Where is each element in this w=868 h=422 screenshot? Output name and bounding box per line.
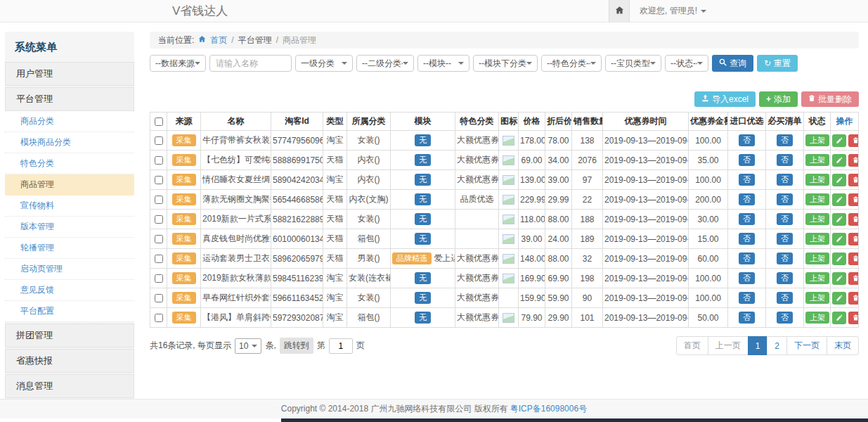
sidebar-item-宣传物料[interactable]: 宣传物料	[5, 196, 134, 217]
must-buy-toggle[interactable]: 否	[777, 154, 793, 166]
status-badge[interactable]: 上架	[805, 213, 829, 225]
sidebar-item-版本管理[interactable]: 版本管理	[5, 217, 134, 238]
status-badge[interactable]: 上架	[805, 292, 829, 304]
row-checkbox[interactable]	[155, 215, 163, 224]
must-buy-toggle[interactable]: 否	[777, 312, 793, 324]
sidebar-item-省惠快报[interactable]: 省惠快报	[5, 349, 134, 373]
edit-button[interactable]	[832, 312, 846, 324]
edit-button[interactable]	[832, 252, 846, 265]
delete-button[interactable]	[848, 292, 859, 305]
edit-button[interactable]	[832, 213, 846, 226]
status-badge[interactable]: 上架	[805, 233, 829, 245]
edit-button[interactable]	[832, 292, 846, 305]
status-badge[interactable]: 上架	[805, 312, 829, 324]
sidebar-item-特色分类[interactable]: 特色分类	[5, 153, 134, 174]
page-button-下一页[interactable]: 下一页	[786, 336, 827, 355]
imported-toggle[interactable]: 否	[739, 233, 755, 245]
imported-toggle[interactable]: 否	[739, 252, 755, 264]
reset-button[interactable]: ↻ 重置	[757, 55, 798, 72]
edit-button[interactable]	[832, 174, 846, 186]
delete-button[interactable]	[848, 272, 859, 285]
level1-category-filter[interactable]: 一级分类	[295, 55, 353, 72]
sidebar-item-拼团管理[interactable]: 拼团管理	[5, 324, 134, 347]
delete-button[interactable]	[848, 174, 859, 186]
must-buy-toggle[interactable]: 否	[777, 213, 793, 225]
welcome-dropdown[interactable]: 欢迎您, 管理员!	[630, 0, 716, 22]
jump-page-input[interactable]	[329, 338, 353, 354]
status-filter[interactable]: --状态--	[665, 55, 708, 72]
row-checkbox[interactable]	[155, 274, 163, 283]
edit-button[interactable]	[832, 134, 846, 147]
level2-category-filter[interactable]: --二级分类--	[356, 55, 414, 72]
batch-delete-button[interactable]: 批量删除	[801, 91, 859, 107]
sidebar-item-模块商品分类[interactable]: 模块商品分类	[5, 132, 134, 153]
must-buy-toggle[interactable]: 否	[777, 193, 793, 205]
row-checkbox[interactable]	[155, 156, 163, 165]
page-button-末页[interactable]: 末页	[827, 336, 859, 355]
module-badge[interactable]: 无	[415, 292, 431, 304]
page-button-上一页[interactable]: 上一页	[708, 336, 749, 355]
home-button[interactable]	[609, 0, 630, 22]
imported-toggle[interactable]: 否	[739, 174, 755, 186]
module-badge[interactable]: 无	[415, 213, 431, 225]
module-badge[interactable]: 无	[415, 134, 431, 146]
delete-button[interactable]	[848, 213, 859, 226]
jump-button[interactable]: 跳转到	[280, 338, 313, 354]
delete-button[interactable]	[848, 134, 859, 147]
module-badge[interactable]: 无	[415, 312, 431, 324]
sidebar-item-轮播管理[interactable]: 轮播管理	[5, 238, 134, 259]
row-checkbox[interactable]	[155, 294, 163, 302]
row-checkbox[interactable]	[155, 235, 163, 243]
imported-toggle[interactable]: 否	[739, 213, 755, 225]
must-buy-toggle[interactable]: 否	[777, 134, 793, 146]
row-checkbox[interactable]	[155, 314, 163, 322]
must-buy-toggle[interactable]: 否	[777, 272, 793, 284]
status-badge[interactable]: 上架	[805, 174, 829, 186]
status-badge[interactable]: 上架	[805, 193, 829, 205]
imported-toggle[interactable]: 否	[739, 154, 755, 166]
must-buy-toggle[interactable]: 否	[777, 233, 793, 245]
delete-button[interactable]	[848, 233, 859, 245]
status-badge[interactable]: 上架	[805, 272, 829, 284]
edit-button[interactable]	[832, 233, 846, 245]
sidebar-item-用户管理[interactable]: 用户管理	[5, 62, 134, 86]
module-badge[interactable]: 无	[415, 154, 431, 166]
module-sub-filter[interactable]: --模块下分类--	[473, 55, 538, 72]
sidebar-item-平台管理[interactable]: 平台管理	[5, 87, 134, 111]
page-button-2[interactable]: 2	[767, 336, 787, 355]
sidebar-item-消息管理[interactable]: 消息管理	[5, 374, 134, 398]
data-source-filter[interactable]: --数据来源--	[150, 55, 206, 72]
status-badge[interactable]: 上架	[805, 134, 829, 146]
must-buy-toggle[interactable]: 否	[777, 174, 793, 186]
imported-toggle[interactable]: 否	[739, 134, 755, 146]
delete-button[interactable]	[848, 154, 859, 167]
item-type-filter[interactable]: --宝贝类型--	[605, 55, 661, 72]
edit-button[interactable]	[832, 193, 846, 206]
feature-category-filter[interactable]: --特色分类--	[541, 55, 602, 72]
page-button-首页[interactable]: 首页	[676, 336, 708, 355]
delete-button[interactable]	[848, 252, 859, 265]
page-button-1[interactable]: 1	[748, 336, 768, 355]
icp-link[interactable]: 粤ICP备16098006号	[510, 403, 587, 415]
status-badge[interactable]: 上架	[805, 154, 829, 166]
delete-button[interactable]	[848, 312, 859, 324]
must-buy-toggle[interactable]: 否	[777, 292, 793, 304]
name-search-input[interactable]	[209, 55, 292, 72]
sidebar-item-平台配置[interactable]: 平台配置	[5, 301, 134, 322]
module-badge[interactable]: 无	[415, 233, 431, 245]
row-checkbox[interactable]	[155, 255, 163, 263]
imported-toggle[interactable]: 否	[739, 312, 755, 324]
imported-toggle[interactable]: 否	[739, 272, 755, 284]
search-button[interactable]: 查询	[712, 55, 753, 72]
sidebar-item-商品分类[interactable]: 商品分类	[5, 111, 134, 132]
imported-toggle[interactable]: 否	[739, 193, 755, 205]
status-badge[interactable]: 上架	[805, 252, 829, 264]
sidebar-item-启动页管理[interactable]: 启动页管理	[5, 259, 134, 280]
module-badge[interactable]: 无	[415, 193, 431, 205]
must-buy-toggle[interactable]: 否	[777, 252, 793, 264]
row-checkbox[interactable]	[155, 196, 163, 204]
import-excel-button[interactable]: 导入excel	[694, 91, 756, 107]
row-checkbox[interactable]	[155, 136, 163, 145]
per-page-select[interactable]: 10	[235, 338, 261, 354]
edit-button[interactable]	[832, 272, 846, 285]
